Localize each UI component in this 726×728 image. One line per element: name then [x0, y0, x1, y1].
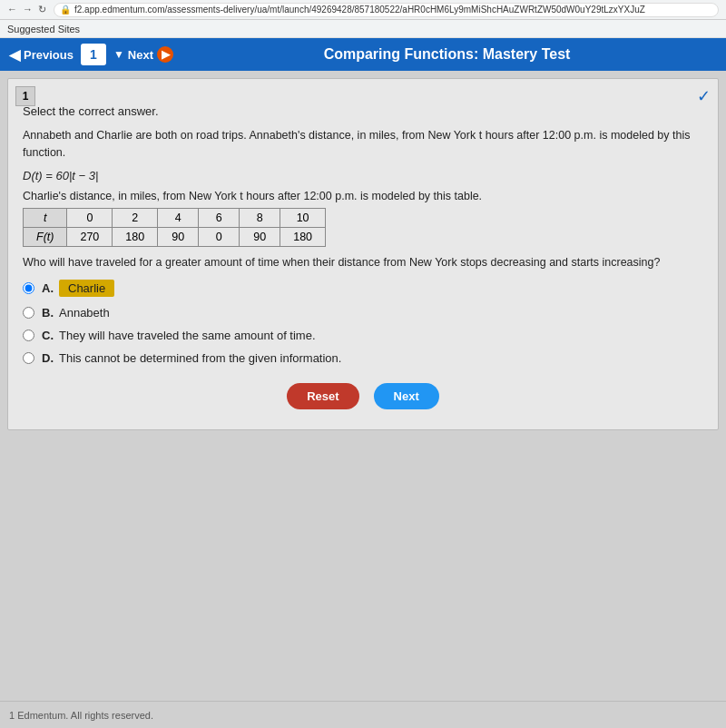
choice-c[interactable]: C. They will have traveled the same amou… [23, 329, 703, 342]
ft-val-90b: 90 [240, 227, 280, 246]
bottom-buttons: Reset Next [23, 383, 703, 418]
reload-icon[interactable]: ↻ [38, 4, 46, 15]
choice-a-text: Charlie [59, 280, 114, 297]
radio-c[interactable] [23, 330, 34, 341]
choice-d-label: D. [42, 351, 54, 365]
next-arrow-icon: ▶ [157, 46, 173, 63]
forward-icon[interactable]: → [23, 4, 33, 15]
url-text: f2.app.edmentum.com/assessments-delivery… [74, 5, 645, 15]
page-title: Comparing Functions: Mastery Test [177, 46, 717, 63]
question-content: Select the correct answer. Annabeth and … [23, 104, 703, 418]
choice-b-label: B. [42, 306, 54, 320]
footer-text: 1 Edmentum. All rights reserved. [9, 710, 153, 721]
ft-header: F(t) [24, 227, 67, 246]
question-number-badge: 1 [15, 86, 35, 106]
next-button[interactable]: Next ▶ [128, 46, 173, 63]
ft-val-180b: 180 [280, 227, 326, 246]
choice-a[interactable]: A. Charlie [23, 280, 703, 297]
t-val-6: 6 [199, 208, 240, 227]
reset-button[interactable]: Reset [287, 383, 358, 409]
choice-c-label: C. [42, 329, 54, 342]
prev-arrow-icon: ◀ [9, 46, 20, 64]
question-text: Who will have traveled for a greater amo… [23, 256, 703, 269]
bookmarks-bar: Suggested Sites [0, 20, 726, 38]
table-header-row: t 0 2 4 6 8 10 [24, 208, 326, 227]
radio-a[interactable] [23, 282, 34, 294]
ft-val-180: 180 [113, 227, 158, 246]
problem-intro: Annabeth and Charlie are both on road tr… [23, 127, 703, 162]
next-label: Next [128, 48, 153, 62]
table-description: Charlie's distance, in miles, from New Y… [23, 190, 703, 202]
browser-chrome: ← → ↻ 🔒 f2.app.edmentum.com/assessments-… [0, 0, 726, 20]
prev-label: Previous [24, 48, 74, 62]
choice-b[interactable]: B. Annabeth [23, 306, 703, 320]
check-icon: ✓ [697, 86, 711, 106]
question-card: 1 ✓ Select the correct answer. Annabeth … [7, 78, 719, 430]
table-data-row: F(t) 270 180 90 0 90 180 [24, 227, 326, 246]
choice-b-text: Annabeth [59, 306, 110, 320]
ft-val-90: 90 [158, 227, 199, 246]
formula-text: D(t) = 60|t − 3| [23, 169, 703, 182]
footer: 1 Edmentum. All rights reserved. [0, 701, 726, 728]
t-val-4: 4 [158, 208, 199, 227]
radio-d[interactable] [23, 352, 34, 364]
t-header: t [24, 208, 67, 227]
prev-button[interactable]: ◀ Previous [9, 46, 74, 64]
t-val-10: 10 [280, 208, 326, 227]
t-val-8: 8 [240, 208, 280, 227]
main-content: 1 ✓ Select the correct answer. Annabeth … [0, 71, 726, 701]
question-dropdown[interactable]: ▼ [113, 48, 124, 61]
bookmarks-label: Suggested Sites [7, 24, 80, 34]
choice-d-text: This cannot be determined from the given… [59, 351, 341, 365]
back-icon[interactable]: ← [7, 4, 17, 15]
url-bar[interactable]: 🔒 f2.app.edmentum.com/assessments-delive… [54, 3, 719, 17]
browser-nav-icons[interactable]: ← → ↻ [7, 4, 46, 15]
instruction-text: Select the correct answer. [23, 104, 703, 118]
choice-d[interactable]: D. This cannot be determined from the gi… [23, 351, 703, 365]
nav-bar: ◀ Previous 1 ▼ Next ▶ Comparing Function… [0, 38, 726, 71]
question-number-nav: 1 [81, 44, 106, 65]
ft-val-0: 0 [199, 227, 240, 246]
t-val-0: 0 [67, 208, 113, 227]
next-action-button[interactable]: Next [374, 383, 439, 409]
radio-b[interactable] [23, 307, 34, 319]
ft-val-270: 270 [67, 227, 113, 246]
data-table: t 0 2 4 6 8 10 F(t) 270 180 90 0 90 180 [23, 208, 326, 247]
choice-a-label: A. [42, 281, 54, 295]
choice-c-text: They will have traveled the same amount … [59, 329, 316, 342]
t-val-2: 2 [113, 208, 158, 227]
